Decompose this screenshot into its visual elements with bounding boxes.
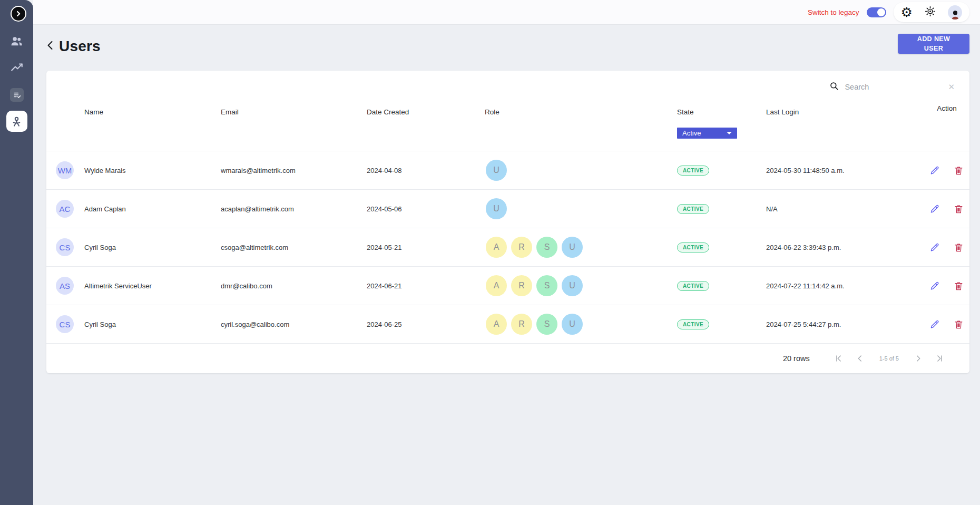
- role-chips: A R S U: [485, 275, 677, 296]
- edit-button[interactable]: [930, 242, 940, 252]
- role-chip-u: U: [562, 314, 583, 335]
- pencil-icon: [930, 166, 940, 176]
- status-badge: ACTIVE: [677, 204, 709, 214]
- people-icon: [9, 34, 24, 51]
- search-row: ✕: [46, 71, 969, 96]
- legacy-toggle[interactable]: [867, 7, 886, 17]
- role-chip-s: S: [536, 275, 557, 296]
- state-filter-dropdown[interactable]: Active: [677, 128, 737, 139]
- pencil-icon: [930, 204, 940, 214]
- close-icon[interactable]: ✕: [948, 82, 955, 92]
- brightness-sun-icon[interactable]: [924, 5, 936, 20]
- user-avatar-icon[interactable]: [948, 5, 962, 20]
- rows-per-page[interactable]: 20 rows: [783, 354, 810, 363]
- role-chips: U: [485, 160, 677, 181]
- role-chip-u: U: [562, 237, 583, 258]
- search-input[interactable]: [845, 83, 924, 91]
- status-badge: ACTIVE: [677, 319, 709, 329]
- role-chip-u: U: [486, 160, 507, 181]
- date-created: 2024-05-06: [367, 205, 485, 213]
- col-header-email: Email: [221, 108, 367, 116]
- edit-button[interactable]: [930, 166, 940, 176]
- trash-icon: [954, 319, 964, 329]
- last-login: 2024-07-25 5:44:27 p.m.: [766, 321, 924, 328]
- date-created: 2024-06-21: [367, 282, 485, 290]
- person-icon: [6, 111, 27, 132]
- user-name: Cyril Soga: [84, 244, 221, 251]
- role-chip-s: S: [536, 237, 557, 258]
- role-chip-a: A: [486, 275, 507, 296]
- switch-to-legacy-label: Switch to legacy: [808, 8, 859, 16]
- sidebar-item-user-management[interactable]: [0, 108, 33, 134]
- sidebar-item-tasks[interactable]: [0, 82, 33, 108]
- table-header-row: Name Email Date Created Role State Last …: [46, 96, 969, 128]
- pencil-icon: [930, 281, 940, 291]
- avatar: AS: [56, 277, 74, 295]
- delete-button[interactable]: [954, 204, 964, 214]
- first-page-button[interactable]: [834, 354, 844, 363]
- page-head: Users ADD NEW USER: [33, 25, 980, 71]
- role-chip-r: R: [511, 237, 532, 258]
- last-login: 2024-06-22 3:39:43 p.m.: [766, 244, 924, 251]
- delete-button[interactable]: [954, 319, 964, 329]
- last-login: N/A: [766, 205, 924, 213]
- search-icon: [829, 81, 839, 93]
- avatar: CS: [56, 315, 74, 333]
- toggle-knob: [877, 8, 885, 16]
- col-header-role: Role: [485, 108, 677, 116]
- last-page-button[interactable]: [935, 354, 944, 363]
- topbar-icon-group: ⚙: [894, 2, 969, 22]
- status-badge: ACTIVE: [677, 242, 709, 252]
- pagination: 20 rows 1-5 of 5: [46, 343, 969, 373]
- trash-icon: [954, 281, 964, 291]
- avatar: WM: [56, 161, 74, 179]
- trash-icon: [954, 166, 964, 176]
- role-chip-a: A: [486, 237, 507, 258]
- trash-icon: [954, 242, 964, 252]
- add-button-line2: USER: [898, 44, 969, 53]
- users-table-card: ✕ Name Email Date Created Role State Las…: [46, 71, 969, 373]
- sidebar-item-trending[interactable]: [0, 55, 33, 82]
- next-page-button[interactable]: [914, 354, 923, 363]
- settings-gear-icon[interactable]: ⚙: [901, 6, 913, 19]
- user-email: csoga@altimetrik.com: [221, 244, 367, 251]
- date-created: 2024-06-25: [367, 321, 485, 328]
- edit-button[interactable]: [930, 281, 940, 291]
- chevron-right-icon: [914, 354, 923, 363]
- role-chips: U: [485, 198, 677, 219]
- avatar: AC: [56, 200, 74, 218]
- table-row: AC Adam Caplan acaplan@altimetrik.com 20…: [46, 189, 969, 228]
- role-chips: A R S U: [485, 237, 677, 258]
- col-header-state: State: [677, 108, 766, 116]
- pencil-icon: [930, 242, 940, 252]
- role-chips: A R S U: [485, 314, 677, 335]
- trending-up-icon: [10, 61, 24, 76]
- prev-page-button[interactable]: [855, 354, 865, 363]
- user-email: wmarais@altimetrik.com: [221, 167, 367, 174]
- delete-button[interactable]: [954, 242, 964, 252]
- avatar: CS: [56, 238, 74, 256]
- edit-button[interactable]: [930, 319, 940, 329]
- status-badge: ACTIVE: [677, 166, 709, 176]
- role-chip-a: A: [486, 314, 507, 335]
- status-badge: ACTIVE: [677, 281, 709, 291]
- trash-icon: [954, 204, 964, 214]
- user-name: Adam Caplan: [84, 205, 221, 213]
- add-new-user-button[interactable]: ADD NEW USER: [898, 34, 969, 54]
- user-email: acaplan@altimetrik.com: [221, 205, 367, 213]
- table-row: WM Wylde Marais wmarais@altimetrik.com 2…: [46, 151, 969, 189]
- back-chevron-icon[interactable]: [46, 40, 55, 53]
- sidebar-item-users-group[interactable]: [0, 29, 33, 55]
- role-chip-r: R: [511, 314, 532, 335]
- delete-button[interactable]: [954, 281, 964, 291]
- edit-button[interactable]: [930, 204, 940, 214]
- table-row: CS Cyril Soga cyril.soga@calibo.com 2024…: [46, 305, 969, 343]
- user-email: cyril.soga@calibo.com: [221, 321, 367, 328]
- col-header-date-created: Date Created: [367, 108, 485, 116]
- main-content: Users ADD NEW USER ✕ Name Email Date Cre…: [33, 25, 980, 505]
- table-row: CS Cyril Soga csoga@altimetrik.com 2024-…: [46, 228, 969, 266]
- user-name: Wylde Marais: [84, 167, 221, 174]
- delete-button[interactable]: [954, 166, 964, 176]
- sidebar-expand-button[interactable]: [11, 6, 26, 22]
- checklist-icon: [10, 88, 24, 102]
